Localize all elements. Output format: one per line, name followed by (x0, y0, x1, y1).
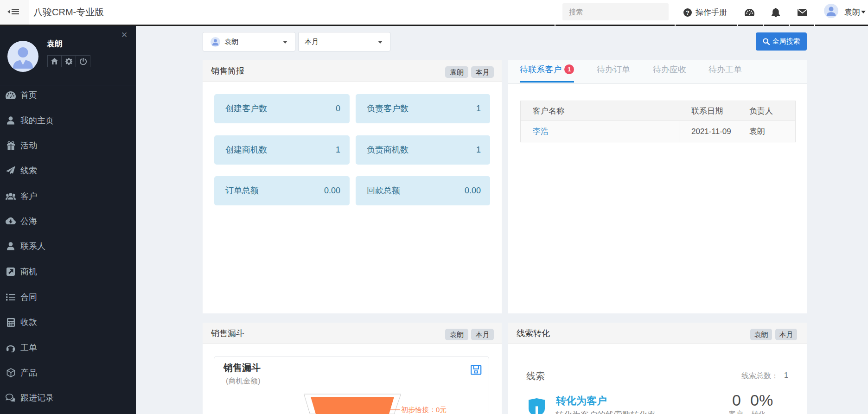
svg-text:?: ? (686, 9, 689, 16)
